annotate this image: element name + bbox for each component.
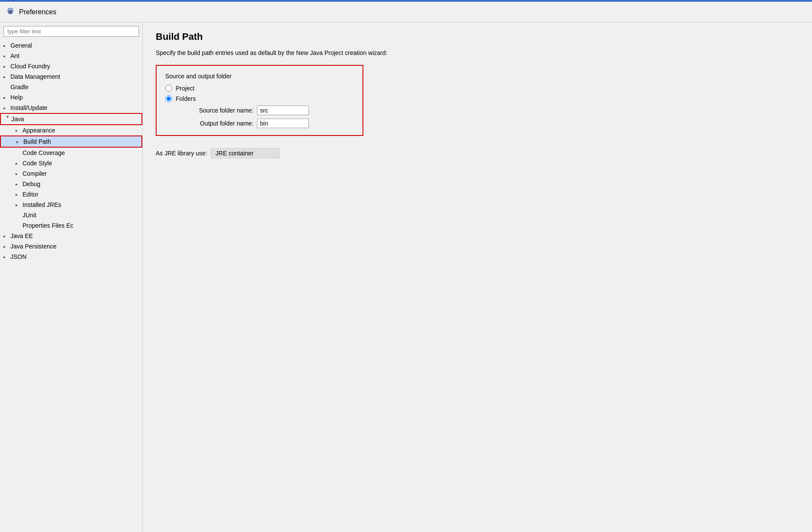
sidebar-item-label: Gradle (10, 84, 29, 90)
sidebar-item-compiler[interactable]: ▸ Compiler (0, 168, 142, 179)
radio-folders[interactable] (165, 95, 172, 102)
chevron-down-icon: ▸ (6, 116, 10, 123)
output-folder-label: Output folder name: (176, 120, 254, 127)
chevron-right-icon: ▸ (3, 95, 10, 100)
output-folder-row: Output folder name: (176, 119, 354, 128)
sidebar-item-installed-jres[interactable]: ▸ Installed JREs (0, 200, 142, 210)
chevron-right-icon: ▸ (16, 182, 22, 187)
jre-value: JRE container (211, 148, 280, 158)
filter-input[interactable] (3, 26, 139, 37)
sidebar-item-label: Help (10, 94, 23, 101)
sidebar-item-label: Data Management (10, 73, 60, 80)
jre-label: As JRE library use: (156, 150, 207, 157)
box-title: Source and output folder (165, 73, 354, 80)
sidebar-item-build-path[interactable]: ▸ Build Path (0, 135, 142, 148)
window-title: Preferences (19, 8, 56, 16)
sidebar-item-java[interactable]: ▸ Java (0, 113, 142, 125)
source-folder-input[interactable] (257, 106, 309, 115)
sidebar-item-ant[interactable]: ▸ Ant (0, 51, 142, 61)
output-folder-input[interactable] (257, 119, 309, 128)
sidebar-item-help[interactable]: ▸ Help (0, 92, 142, 103)
sidebar-item-cloud-foundry[interactable]: ▸ Cloud Foundry (0, 61, 142, 71)
sidebar-item-general[interactable]: ▸ General (0, 40, 142, 51)
page-description: Specify the build path entries used as d… (156, 49, 799, 56)
sidebar-item-label: Build Path (23, 138, 51, 145)
content-area: ▸ General ▸ Ant ▸ Cloud Foundry ▸ Data M… (0, 23, 812, 532)
chevron-right-icon: ▸ (3, 244, 10, 249)
radio-row-folders: Folders (165, 95, 354, 102)
source-folder-row: Source folder name: (176, 106, 354, 115)
sidebar-item-label: Java EE (10, 232, 33, 239)
chevron-right-icon: ▸ (3, 54, 10, 58)
sidebar-item-label: Properties Files Ec (22, 222, 73, 229)
sidebar-item-label: Ant (10, 52, 19, 59)
sidebar-item-java-persistence[interactable]: ▸ Java Persistence (0, 241, 142, 251)
sidebar-item-label: JUnit (22, 212, 36, 219)
radio-row-project: Project (165, 85, 354, 92)
sidebar-item-label: Code Style (22, 160, 52, 167)
sidebar-item-code-style[interactable]: ▸ Code Style (0, 158, 142, 168)
sidebar-item-install-update[interactable]: ▸ Install/Update (0, 103, 142, 113)
chevron-right-icon: ▸ (3, 64, 10, 69)
title-bar: Preferences (0, 2, 812, 23)
sidebar-item-label: Java Persistence (10, 243, 57, 250)
sidebar-item-appearance[interactable]: ▸ Appearance (0, 125, 142, 135)
sidebar-item-label: Code Coverage (22, 149, 65, 156)
sidebar-item-label: Cloud Foundry (10, 63, 50, 70)
sidebar-item-label: General (10, 42, 32, 49)
chevron-right-icon: ▸ (3, 74, 10, 79)
main-content: Build Path Specify the build path entrie… (143, 23, 812, 532)
page-title: Build Path (156, 31, 799, 42)
sidebar-item-properties-files-ec[interactable]: Properties Files Ec (0, 220, 142, 231)
sidebar-item-label: JSON (10, 253, 26, 260)
sidebar-item-label: Compiler (22, 170, 47, 177)
chevron-right-icon: ▸ (3, 255, 10, 259)
sidebar-item-gradle[interactable]: Gradle (0, 82, 142, 92)
chevron-right-icon: ▸ (3, 43, 10, 48)
sidebar-item-debug[interactable]: ▸ Debug (0, 179, 142, 189)
jre-row: As JRE library use: JRE container (156, 148, 799, 158)
chevron-right-icon: ▸ (16, 161, 22, 166)
radio-folders-label: Folders (176, 95, 196, 102)
source-folder-label: Source folder name: (176, 107, 254, 114)
sidebar-item-code-coverage[interactable]: Code Coverage (0, 148, 142, 158)
sidebar-item-json[interactable]: ▸ JSON (0, 251, 142, 262)
radio-project[interactable] (165, 85, 172, 92)
sidebar-item-label: Installed JREs (22, 201, 61, 208)
preferences-icon (5, 7, 16, 17)
sidebar-item-junit[interactable]: JUnit (0, 210, 142, 220)
sidebar-item-data-management[interactable]: ▸ Data Management (0, 71, 142, 82)
tree-area[interactable]: ▸ General ▸ Ant ▸ Cloud Foundry ▸ Data M… (0, 40, 142, 532)
chevron-right-icon: ▸ (3, 234, 10, 239)
source-output-box: Source and output folder Project Folders… (156, 65, 363, 136)
chevron-right-icon: ▸ (16, 192, 22, 197)
sidebar: ▸ General ▸ Ant ▸ Cloud Foundry ▸ Data M… (0, 23, 143, 532)
sidebar-item-label: Debug (22, 181, 40, 187)
chevron-right-icon: ▸ (16, 203, 22, 207)
sidebar-item-java-ee[interactable]: ▸ Java EE (0, 231, 142, 241)
sidebar-item-editor[interactable]: ▸ Editor (0, 189, 142, 200)
radio-project-label: Project (176, 85, 195, 92)
sidebar-item-label: Editor (22, 191, 39, 198)
chevron-right-icon: ▸ (3, 106, 10, 110)
chevron-right-icon: ▸ (16, 139, 23, 144)
preferences-window: Preferences ▸ General ▸ Ant ▸ Cloud (0, 0, 812, 532)
sidebar-item-label: Install/Update (10, 104, 48, 111)
sidebar-item-label: Appearance (22, 127, 55, 134)
sidebar-item-label: Java (11, 116, 24, 123)
chevron-right-icon: ▸ (16, 171, 22, 176)
chevron-right-icon: ▸ (16, 128, 22, 133)
